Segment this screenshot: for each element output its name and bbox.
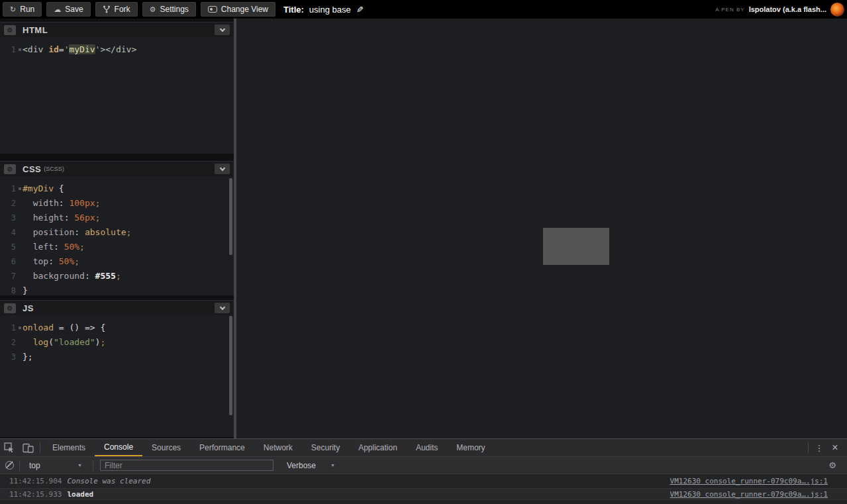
fold-marker-icon[interactable] (16, 42, 23, 57)
console-settings-gear-icon[interactable]: ⚙ (828, 460, 842, 470)
save-label: Save (65, 5, 83, 14)
console-timestamp: 11:42:15.904 (9, 477, 62, 485)
code-text: }; (23, 350, 33, 364)
title-value[interactable]: using base (309, 5, 351, 15)
fold-spacer (16, 240, 23, 254)
chevron-down-icon (219, 26, 224, 31)
toolbar-divider (40, 442, 40, 453)
log-level-select[interactable]: Verbose ▼ (283, 461, 339, 470)
css-panel-title: CSS (23, 164, 41, 174)
fold-spacer (16, 335, 23, 350)
html-code-line[interactable]: 1<div id='myDiv'></div> (0, 42, 234, 57)
css-code-line[interactable]: 7 background: #555; (0, 269, 234, 283)
fold-marker-icon[interactable] (16, 181, 23, 196)
console-timestamp: 11:42:15.933 (9, 490, 62, 499)
js-collapse-button[interactable] (215, 303, 230, 313)
gear-icon: ⚙ (150, 6, 156, 13)
fold-spacer (16, 283, 23, 295)
css-code-line[interactable]: 5 left: 50%; (0, 240, 234, 254)
devtools-tab-application[interactable]: Application (349, 439, 407, 456)
fork-icon (103, 5, 111, 13)
change-view-button[interactable]: Change View (201, 2, 275, 17)
css-editor-panel: ⚙ CSS (SCSS) 1#myDiv {2 width: 100px;3 h… (0, 161, 234, 295)
console-message-text: Console was cleared (67, 477, 150, 485)
css-code-line[interactable]: 3 height: 56px; (0, 211, 234, 225)
toolbar-divider (19, 460, 20, 471)
fork-button[interactable]: Fork (95, 2, 138, 17)
save-button[interactable]: ☁Save (46, 2, 90, 17)
run-button[interactable]: ↻Run (3, 2, 42, 17)
inspect-element-icon[interactable] (0, 439, 19, 456)
js-settings-gear-icon[interactable]: ⚙ (4, 303, 16, 313)
byline-author[interactable]: Ispolatov (a.k.a flash... (749, 5, 826, 13)
css-settings-gear-icon[interactable]: ⚙ (4, 164, 16, 174)
css-code-line[interactable]: 1#myDiv { (0, 181, 234, 196)
close-devtools-icon[interactable]: × (827, 442, 843, 454)
css-preprocessor-label: (SCSS) (44, 166, 64, 172)
js-code-line[interactable]: 2 log("loaded"); (0, 335, 234, 350)
toolbar-divider (808, 442, 809, 453)
js-code-area[interactable]: 1onload = () => {2 log("loaded");3}; (0, 315, 234, 437)
css-editor-header: ⚙ CSS (SCSS) (0, 161, 234, 176)
chevron-down-icon (219, 165, 224, 170)
settings-label: Settings (160, 5, 188, 14)
html-collapse-button[interactable] (215, 25, 230, 35)
devtools-tab-security[interactable]: Security (302, 439, 349, 456)
html-settings-gear-icon[interactable]: ⚙ (4, 25, 16, 35)
js-code-line[interactable]: 3}; (0, 350, 234, 364)
devtools-tab-elements[interactable]: Elements (43, 439, 95, 456)
css-code-line[interactable]: 6 top: 50%; (0, 254, 234, 269)
fold-marker-icon[interactable] (16, 321, 23, 335)
caret-down-icon: ▼ (77, 463, 82, 468)
cloud-icon: ☁ (54, 6, 61, 13)
css-code-area[interactable]: 1#myDiv {2 width: 100px;3 height: 56px;4… (0, 176, 234, 295)
devtools-tab-audits[interactable]: Audits (407, 439, 447, 456)
preview-pane (236, 19, 847, 438)
js-scrollbar-thumb[interactable] (229, 316, 232, 415)
console-message-text: loaded (67, 490, 93, 499)
console-source-link[interactable]: VM12630 console_runner-079c09a….js:1 (670, 490, 828, 499)
console-source-link[interactable]: VM12630 console_runner-079c09a….js:1 (670, 477, 828, 485)
line-number: 1 (0, 321, 16, 335)
fold-spacer (16, 225, 23, 240)
more-options-icon[interactable]: ⋮ (811, 443, 827, 453)
devtools-tab-network[interactable]: Network (254, 439, 302, 456)
console-filter-input[interactable] (100, 460, 274, 471)
code-text: log("loaded"); (23, 335, 105, 350)
code-text: position: absolute; (23, 225, 131, 240)
title-label: Title: (283, 5, 304, 15)
edit-pencil-icon[interactable]: ✎ (356, 5, 364, 15)
js-editor-header: ⚙ JS (0, 300, 234, 315)
fork-label: Fork (115, 5, 130, 14)
clear-console-icon[interactable] (5, 461, 14, 470)
css-code-line[interactable]: 8} (0, 283, 234, 295)
device-toolbar-icon[interactable] (19, 439, 37, 456)
html-panel-title: HTML (23, 25, 48, 35)
avatar[interactable] (830, 3, 844, 17)
js-panel-title: JS (23, 303, 34, 313)
line-number: 6 (0, 254, 16, 269)
devtools-tab-memory[interactable]: Memory (447, 439, 494, 456)
settings-button[interactable]: ⚙Settings (142, 2, 196, 17)
css-collapse-button[interactable] (215, 164, 230, 174)
console-message-row: 11:42:15.904Console was clearedVM12630 c… (0, 474, 847, 489)
line-number: 2 (0, 196, 16, 211)
console-toolbar: top ▼ Verbose ▼ ⚙ (0, 457, 847, 474)
line-number: 8 (0, 283, 16, 295)
devtools-tab-performance[interactable]: Performance (190, 439, 254, 456)
code-text: background: #555; (23, 269, 121, 283)
html-code-area[interactable]: 1<div id='myDiv'></div> (0, 37, 234, 154)
change-view-label: Change View (221, 5, 268, 14)
main-area: ⚙ HTML 1<div id='myDiv'></div> ⚙ CSS (SC… (0, 19, 847, 438)
css-code-line[interactable]: 2 width: 100px; (0, 196, 234, 211)
css-scrollbar-thumb[interactable] (229, 178, 232, 255)
js-code-line[interactable]: 1onload = () => { (0, 321, 234, 335)
devtools-tab-console[interactable]: Console (95, 439, 142, 456)
topbar-buttons: ↻Run☁SaveFork⚙SettingsChange View (3, 2, 275, 17)
devtools-tab-sources[interactable]: Sources (142, 439, 190, 456)
fold-spacer (16, 211, 23, 225)
fold-spacer (16, 269, 23, 283)
devtools-panel: ElementsConsoleSourcesPerformanceNetwork… (0, 438, 847, 504)
execution-context-select[interactable]: top ▼ (25, 461, 86, 470)
css-code-line[interactable]: 4 position: absolute; (0, 225, 234, 240)
